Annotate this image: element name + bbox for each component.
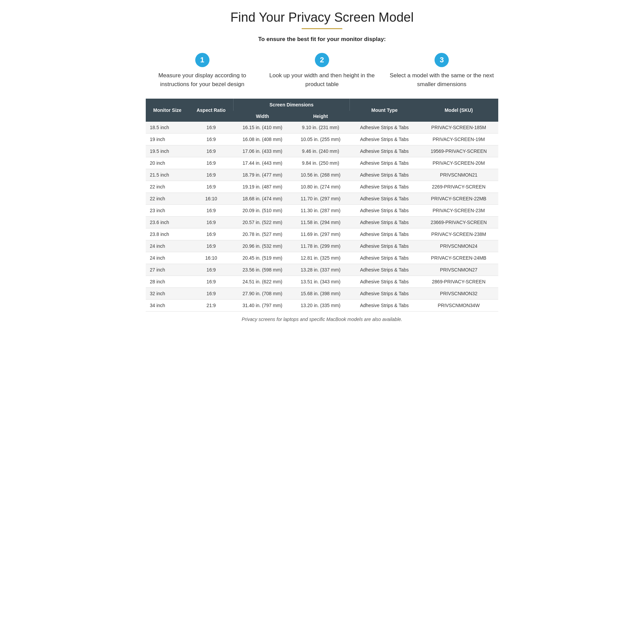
cell-width: 27.90 in. (708 mm) [234,288,291,300]
col-mount-type: Mount Type [349,99,419,122]
cell-height: 13.28 in. (337 mm) [291,264,349,276]
col-width: Width [234,111,291,122]
cell-model: PRIVACY-SCREEN-20M [419,157,498,169]
cell-width: 18.79 in. (477 mm) [234,169,291,181]
cell-monitor-size: 22 inch [146,181,189,193]
cell-model: PRIVSCNMON34W [419,300,498,311]
cell-mount: Adhesive Strips & Tabs [349,145,419,157]
page-subtitle: To ensure the best fit for your monitor … [146,36,498,43]
cell-model: PRIVACY-SCREEN-24MB [419,252,498,264]
table-row: 21.5 inch 16:9 18.79 in. (477 mm) 10.56 … [146,169,498,181]
cell-aspect-ratio: 16:9 [189,122,233,134]
cell-monitor-size: 22 inch [146,193,189,205]
cell-height: 10.05 in. (255 mm) [291,134,349,145]
cell-aspect-ratio: 16:9 [189,181,233,193]
cell-model: PRIVSCNMON24 [419,240,498,252]
table-row: 28 inch 16:9 24.51 in. (622 mm) 13.51 in… [146,276,498,288]
step-2-text: Look up your width and then height in th… [269,71,375,88]
cell-mount: Adhesive Strips & Tabs [349,122,419,134]
cell-aspect-ratio: 16:9 [189,134,233,145]
cell-model: PRIVACY-SCREEN-22MB [419,193,498,205]
cell-mount: Adhesive Strips & Tabs [349,252,419,264]
cell-height: 11.78 in. (299 mm) [291,240,349,252]
cell-height: 9.10 in. (231 mm) [291,122,349,134]
cell-monitor-size: 23 inch [146,205,189,217]
cell-monitor-size: 28 inch [146,276,189,288]
cell-aspect-ratio: 16:9 [189,240,233,252]
cell-mount: Adhesive Strips & Tabs [349,134,419,145]
cell-aspect-ratio: 16:9 [189,157,233,169]
cell-width: 20.96 in. (532 mm) [234,240,291,252]
steps-container: 1 Measure your display according to inst… [146,53,498,88]
col-height: Height [291,111,349,122]
cell-width: 18.68 in. (474 mm) [234,193,291,205]
cell-mount: Adhesive Strips & Tabs [349,193,419,205]
cell-mount: Adhesive Strips & Tabs [349,205,419,217]
cell-aspect-ratio: 16:9 [189,205,233,217]
cell-width: 20.45 in. (519 mm) [234,252,291,264]
cell-aspect-ratio: 16:9 [189,145,233,157]
cell-mount: Adhesive Strips & Tabs [349,169,419,181]
cell-aspect-ratio: 16:9 [189,288,233,300]
step-1-text: Measure your display according to instru… [149,71,255,88]
cell-mount: Adhesive Strips & Tabs [349,276,419,288]
cell-model: 19569-PRIVACY-SCREEN [419,145,498,157]
cell-model: PRIVSCNMON21 [419,169,498,181]
table-row: 22 inch 16:9 19.19 in. (487 mm) 10.80 in… [146,181,498,193]
cell-monitor-size: 34 inch [146,300,189,311]
cell-monitor-size: 21.5 inch [146,169,189,181]
cell-height: 11.70 in. (297 mm) [291,193,349,205]
gold-divider [302,28,342,29]
page-title: Find Your Privacy Screen Model [146,10,498,25]
cell-monitor-size: 23.8 inch [146,228,189,240]
col-model: Model (SKU) [419,99,498,122]
cell-mount: Adhesive Strips & Tabs [349,240,419,252]
cell-height: 12.81 in. (325 mm) [291,252,349,264]
cell-height: 15.68 in. (398 mm) [291,288,349,300]
cell-aspect-ratio: 16:9 [189,169,233,181]
cell-mount: Adhesive Strips & Tabs [349,288,419,300]
product-table: Monitor Size Aspect Ratio Screen Dimensi… [146,99,498,311]
cell-width: 31.40 in. (797 mm) [234,300,291,311]
cell-aspect-ratio: 16:9 [189,217,233,228]
cell-height: 9.46 in. (240 mm) [291,145,349,157]
cell-model: PRIVACY-SCREEN-23M [419,205,498,217]
step-3-circle: 3 [435,53,449,67]
step-3: 3 Select a model with the same or the ne… [385,53,498,88]
cell-width: 16.08 in. (408 mm) [234,134,291,145]
table-row: 23 inch 16:9 20.09 in. (510 mm) 11.30 in… [146,205,498,217]
cell-mount: Adhesive Strips & Tabs [349,300,419,311]
cell-mount: Adhesive Strips & Tabs [349,181,419,193]
table-row: 24 inch 16:9 20.96 in. (532 mm) 11.78 in… [146,240,498,252]
cell-width: 20.78 in. (527 mm) [234,228,291,240]
cell-aspect-ratio: 16:9 [189,264,233,276]
cell-height: 11.69 in. (297 mm) [291,228,349,240]
cell-height: 10.80 in. (274 mm) [291,181,349,193]
cell-model: 23669-PRIVACY-SCREEN [419,217,498,228]
cell-monitor-size: 19.5 inch [146,145,189,157]
col-aspect-ratio: Aspect Ratio [189,99,233,122]
cell-aspect-ratio: 16:9 [189,276,233,288]
cell-mount: Adhesive Strips & Tabs [349,228,419,240]
cell-aspect-ratio: 16:9 [189,228,233,240]
table-row: 24 inch 16:10 20.45 in. (519 mm) 12.81 i… [146,252,498,264]
cell-monitor-size: 18.5 inch [146,122,189,134]
cell-width: 16.15 in. (410 mm) [234,122,291,134]
cell-height: 11.58 in. (294 mm) [291,217,349,228]
cell-aspect-ratio: 16:10 [189,193,233,205]
table-row: 32 inch 16:9 27.90 in. (708 mm) 15.68 in… [146,288,498,300]
cell-mount: Adhesive Strips & Tabs [349,264,419,276]
step-3-text: Select a model with the same or the next… [389,71,495,88]
cell-height: 13.20 in. (335 mm) [291,300,349,311]
footer-note: Privacy screens for laptops and specific… [146,317,498,322]
cell-height: 11.30 in. (287 mm) [291,205,349,217]
cell-monitor-size: 19 inch [146,134,189,145]
table-row: 20 inch 16:9 17.44 in. (443 mm) 9.84 in.… [146,157,498,169]
cell-width: 17.06 in. (433 mm) [234,145,291,157]
table-row: 22 inch 16:10 18.68 in. (474 mm) 11.70 i… [146,193,498,205]
step-1-circle: 1 [195,53,209,67]
cell-model: PRIVSCNMON32 [419,288,498,300]
table-row: 23.8 inch 16:9 20.78 in. (527 mm) 11.69 … [146,228,498,240]
cell-model: PRIVSCNMON27 [419,264,498,276]
step-1: 1 Measure your display according to inst… [146,53,259,88]
